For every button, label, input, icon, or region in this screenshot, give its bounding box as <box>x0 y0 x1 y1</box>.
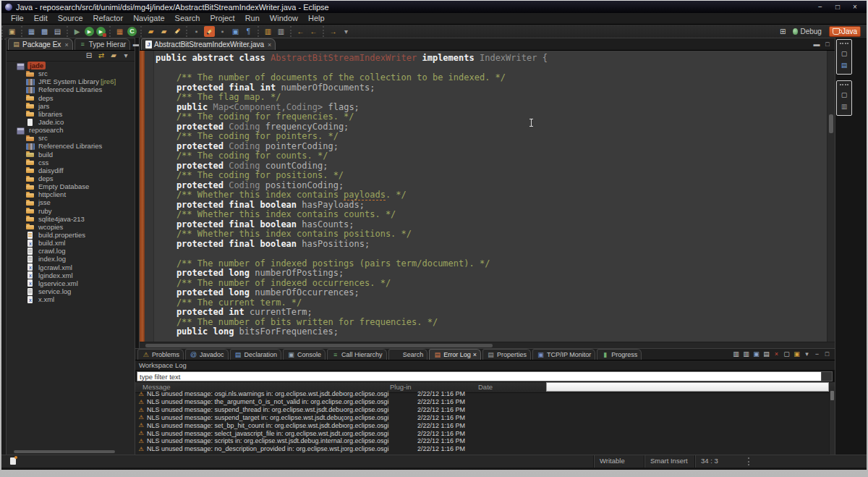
view-menu-icon[interactable]: ▾ <box>122 51 130 60</box>
java-search-icon[interactable] <box>171 26 182 37</box>
tree-item-src[interactable]: src <box>7 134 135 142</box>
tab-call-hierarchy[interactable]: ≡Call Hierarchy <box>327 349 387 360</box>
link-with-editor-icon[interactable]: ⇄ <box>97 51 106 60</box>
tree-item-deps[interactable]: deps <box>7 174 135 182</box>
menu-help[interactable]: Help <box>303 13 330 24</box>
restore-log-icon[interactable]: ▣ <box>793 350 801 358</box>
tab-type-hierarchy[interactable]: ≡ Type Hierar <box>75 38 131 50</box>
log-row[interactable]: ⚠NLS unused message: no_description_prov… <box>135 445 830 453</box>
sidebar-horizontal-scrollbar[interactable] <box>14 450 115 453</box>
show-whitespace-icon[interactable]: ¶ <box>243 26 254 37</box>
menu-navigate[interactable]: Navigate <box>128 13 169 24</box>
tree-item-x-xml[interactable]: x.xml <box>7 295 135 303</box>
tab-error-log[interactable]: ▤Error Log× <box>429 349 481 360</box>
filter-input[interactable] <box>137 371 822 381</box>
minimize-icon[interactable]: − <box>813 350 821 358</box>
view-menu-icon[interactable]: ▾ <box>803 350 811 358</box>
title-bar[interactable]: Java - reposearch/src/it/unimi/dsi/mg4j/… <box>1 1 867 13</box>
close-tab-icon[interactable]: × <box>64 41 68 48</box>
mark-occurrences-icon[interactable] <box>204 26 215 37</box>
tree-item-wcopies[interactable]: wcopies <box>7 223 135 231</box>
tab-progress[interactable]: ▮Progress <box>597 349 642 360</box>
tree-item-build-xml[interactable]: build.xml <box>7 239 135 247</box>
tree-item-build[interactable]: build <box>7 151 135 159</box>
menu-window[interactable]: Window <box>265 13 303 24</box>
close-editor-icon[interactable]: × <box>268 41 271 48</box>
perspective-debug[interactable]: Debug <box>790 27 824 36</box>
log-row[interactable]: ⚠NLS unused message: osgi.nls.warnings i… <box>135 390 830 398</box>
tree-item-libraries[interactable]: libraries <box>7 110 135 118</box>
filters-icon[interactable]: ▰ <box>109 51 118 60</box>
tab-console[interactable]: ▣Console <box>283 349 326 360</box>
tree-item-lgindex-xml[interactable]: lgindex.xml <box>7 271 135 279</box>
checkout-project-icon[interactable]: ▰ <box>145 26 156 37</box>
tree-item-lgcrawl-xml[interactable]: lgcrawl.xml <box>7 263 135 271</box>
tree-item-jsse[interactable]: jsse <box>7 198 135 206</box>
menu-edit[interactable]: Edit <box>29 13 53 24</box>
tree-item-referenced-libraries[interactable]: Referenced Libraries <box>7 142 135 150</box>
editor-gutter[interactable] <box>145 51 154 342</box>
menu-run[interactable]: Run <box>240 13 265 24</box>
tree-item-ruby[interactable]: ruby <box>7 207 135 215</box>
minimize-editor-icon[interactable]: ▬ <box>812 40 821 48</box>
scrollbar-thumb[interactable] <box>829 114 833 133</box>
print-icon[interactable]: ▤ <box>52 26 63 37</box>
open-perspective-icon[interactable]: ⊞ <box>780 28 786 35</box>
back-history-icon[interactable]: ← <box>308 26 319 37</box>
tab-package-explorer[interactable]: ▤ Package Ex × <box>8 38 73 50</box>
export-log-icon[interactable]: ▥ <box>732 350 740 358</box>
collapse-all-icon[interactable]: ⊟ <box>85 51 93 60</box>
close-tab-icon[interactable]: × <box>473 351 477 358</box>
next-annotation-icon[interactable]: ▪ <box>217 26 228 37</box>
log-row[interactable]: ⚠NLS unused message: the_argument_0_is_n… <box>135 398 830 406</box>
save-icon[interactable]: ▦ <box>26 26 37 37</box>
log-row[interactable]: ⚠NLS unused message: select_javascript_f… <box>135 429 830 437</box>
log-vertical-scrollbar[interactable] <box>829 390 835 456</box>
tree-item-css[interactable]: css <box>7 159 135 166</box>
maximize-button[interactable]: □ <box>830 2 845 12</box>
scrollbar-thumb[interactable] <box>145 344 493 347</box>
tree-item-src[interactable]: src <box>7 69 135 77</box>
tab-declaration[interactable]: ▤Declaration <box>230 349 282 360</box>
log-row[interactable]: ⚠NLS unused message: suspend_target in: … <box>135 414 830 422</box>
editor-tab[interactable]: J AbstractBitStreamIndexWriter.java × <box>141 38 276 50</box>
forward-menu-icon[interactable]: ▾ <box>341 26 352 37</box>
menu-file[interactable]: File <box>6 13 29 24</box>
filter-button[interactable] <box>821 371 833 381</box>
import-log-icon[interactable]: ▥ <box>742 350 750 358</box>
tree-item-build-properties[interactable]: build.properties <box>7 231 135 239</box>
external-tools-icon[interactable]: ▶ <box>96 27 106 36</box>
restored-view-tray-icon[interactable] <box>10 457 16 465</box>
pin-editor-icon[interactable]: ▥ <box>276 26 286 37</box>
open-log-icon[interactable]: ▤ <box>762 350 770 358</box>
scrollbar-thumb[interactable] <box>830 391 834 400</box>
tree-item-referenced-libraries[interactable]: Referenced Libraries <box>7 85 135 93</box>
tree-item-jade-ico[interactable]: Jade.ico <box>7 118 135 126</box>
tab-tcp-ip-monitor[interactable]: ▣TCP/IP Monitor <box>532 349 595 360</box>
tree-item-jre-system-library[interactable]: JRE System Library [jre6] <box>7 77 135 85</box>
menu-source[interactable]: Source <box>53 13 88 24</box>
restore-view-icon[interactable]: ▢ <box>840 49 848 58</box>
tab-problems[interactable]: ⚠Problems <box>137 349 184 360</box>
save-all-icon[interactable]: ▩ <box>39 26 50 37</box>
tree-item-jars[interactable]: jars <box>7 102 135 110</box>
tree-item-lgservice-xml[interactable]: lgservice.xml <box>7 279 135 287</box>
code-editor[interactable]: public abstract class AbstractBitStreamI… <box>140 51 835 342</box>
tree-item-daisydiff[interactable]: daisydiff <box>7 166 135 174</box>
last-edit-icon[interactable]: ▪ <box>191 26 202 37</box>
tree-item-sqlite4java-213[interactable]: sqlite4java-213 <box>7 215 135 223</box>
new-wizard-icon[interactable]: ▣ <box>7 26 17 37</box>
refresh-log-icon[interactable]: ▣ <box>752 350 760 358</box>
editor-vertical-scrollbar[interactable] <box>827 51 835 342</box>
log-row[interactable]: ⚠NLS unused message: set_bp_hit_count in… <box>135 421 830 429</box>
close-button[interactable]: × <box>848 2 862 12</box>
tree-item-service-log[interactable]: service.log <box>7 287 135 295</box>
tab-javadoc[interactable]: @Javadoc <box>185 349 229 360</box>
forward-icon[interactable]: → <box>328 26 339 37</box>
format-icon[interactable]: ▣ <box>230 26 241 37</box>
tree-item-httpclient[interactable]: httpclient <box>7 190 135 198</box>
perspective-java[interactable]: Java <box>829 26 861 37</box>
minimize-button[interactable]: − <box>813 2 827 12</box>
tree-item-reposearch[interactable]: reposearch <box>7 126 135 134</box>
maximize-editor-icon[interactable]: □ <box>823 40 832 48</box>
